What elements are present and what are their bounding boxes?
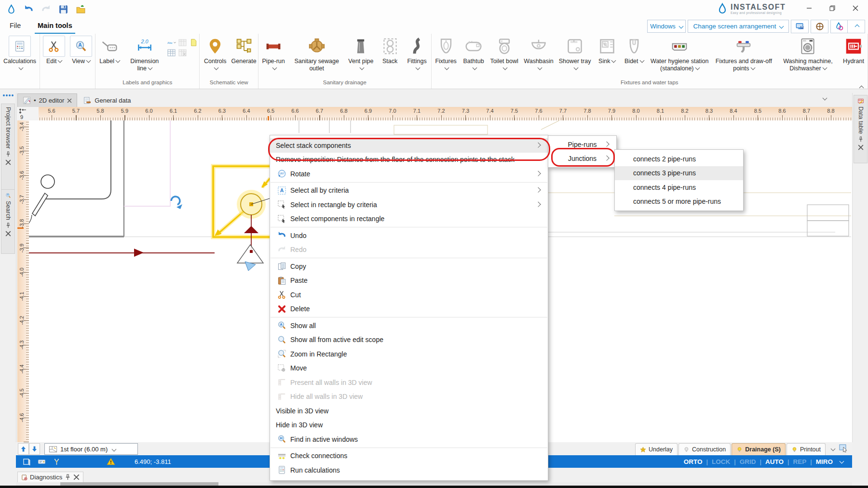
junction-option[interactable]: connects 2 pipe-runs	[615, 152, 743, 166]
ribbon-button[interactable]: Edit	[41, 35, 68, 65]
toggle-lock[interactable]: LOCK	[712, 458, 730, 465]
submenu-item[interactable]: Pipe-runs	[548, 137, 616, 152]
ribbon-button[interactable]: Sink	[594, 35, 621, 65]
ribbon-button[interactable]: A View	[68, 35, 95, 65]
context-menu-item[interactable]: Select components in rectangle	[270, 212, 548, 226]
change-screen-arrangement-dropdown[interactable]: Change screen arrangement	[688, 20, 789, 33]
collapse-ribbon-button[interactable]	[847, 20, 865, 33]
close-tab-icon[interactable]	[67, 98, 72, 103]
floor-down-button[interactable]	[29, 443, 40, 455]
ribbon-button[interactable]: Fixtures and draw-off points	[712, 35, 776, 72]
door-leaf[interactable]	[32, 193, 48, 216]
context-menu-item[interactable]: Copy	[270, 259, 548, 274]
card-status-icon[interactable]	[38, 458, 46, 465]
ribbon-button[interactable]: Washing machine, Dishwasher	[776, 35, 840, 72]
sidebar-tab-search[interactable]: H Search	[1, 189, 15, 254]
restore-button[interactable]	[821, 0, 843, 16]
washbasin-symbol[interactable]	[41, 175, 54, 188]
close-icon[interactable]	[5, 231, 11, 237]
floor-up-button[interactable]	[18, 443, 29, 455]
layer-tab[interactable]: Construction	[678, 443, 731, 455]
layer-tabs-chevron-icon[interactable]	[831, 447, 836, 451]
ribbon-button[interactable]: Fittings	[404, 35, 431, 72]
layer-tab[interactable]: Printout	[787, 443, 826, 455]
abc-icon[interactable]: Abc	[166, 38, 176, 47]
table-icon[interactable]	[166, 48, 176, 57]
context-menu-item[interactable]: Visible in 3D view	[270, 404, 548, 418]
context-menu-item[interactable]: 180° Rotate	[270, 167, 548, 181]
ribbon-button[interactable]: Water hygiene station (standalone)	[648, 35, 712, 72]
context-menu-item[interactable]: Select in rectangle by criteria	[270, 198, 548, 212]
context-menu-item[interactable]: Zoom in Rectangle	[270, 347, 548, 361]
vent-symbol[interactable]	[237, 245, 263, 263]
close-button[interactable]	[844, 0, 867, 16]
screen-tool-button[interactable]	[830, 20, 848, 33]
quick-access-button[interactable]	[57, 3, 69, 15]
ribbon-button[interactable]: Sanitary sewage outlet	[288, 35, 345, 72]
grid-dis-icon[interactable]	[177, 38, 188, 47]
context-menu-item[interactable]: Present all walls in 3D view	[270, 375, 548, 390]
junction-option[interactable]: connects 3 pipe-runs	[615, 166, 743, 181]
selection-cursor-icon[interactable]	[839, 444, 848, 452]
context-menu-item[interactable]: Cut	[270, 288, 548, 302]
context-menu-item[interactable]: Paste	[270, 274, 548, 288]
ribbon-button[interactable]: Label	[96, 35, 123, 65]
context-menu-item[interactable]: H Find in active windows	[270, 432, 548, 447]
ribbon-button[interactable]: Calculations	[0, 35, 39, 72]
toggle-miro[interactable]: MIRO	[816, 458, 833, 465]
ribbon-button[interactable]: Toilet bowl	[488, 35, 521, 72]
ribbon-button[interactable]: Abc	[166, 35, 199, 58]
ribbon-button[interactable]: Controls	[200, 35, 230, 72]
close-icon[interactable]	[73, 474, 80, 480]
close-icon[interactable]	[858, 145, 864, 150]
layer-tab[interactable]: Underlay	[635, 443, 678, 455]
context-menu-item[interactable]: Check connections	[270, 449, 548, 463]
context-menu-item[interactable]: Undo	[270, 228, 548, 243]
context-menu-item[interactable]: Move	[270, 361, 548, 376]
context-menu-item[interactable]: Delete	[270, 302, 548, 317]
pin-icon[interactable]	[5, 223, 11, 228]
tab-main-tools[interactable]: Main tools	[35, 18, 75, 34]
tab-file[interactable]: File	[7, 18, 24, 33]
context-menu-item[interactable]: A Select all by criteria	[270, 184, 548, 198]
toggles-chevron-icon[interactable]	[840, 459, 844, 464]
quick-access-button[interactable]	[22, 3, 35, 15]
toggle-orto[interactable]: ORTO	[684, 458, 703, 465]
minimize-button[interactable]	[798, 0, 820, 16]
close-icon[interactable]	[5, 159, 11, 165]
diagnostics-tab[interactable]: Diagnostics	[17, 472, 83, 483]
quick-access-button[interactable]	[40, 3, 52, 15]
sidebar-tab-project-browser[interactable]: Project browser	[1, 104, 15, 191]
context-menu-item[interactable]: Redo	[270, 243, 548, 257]
page-icon[interactable]	[188, 38, 199, 47]
pin-icon[interactable]	[858, 136, 864, 142]
ribbon-button[interactable]: Fixtures	[432, 35, 460, 72]
ribbon-button[interactable]: Generate	[230, 35, 258, 65]
ribbon-button[interactable]: Shower tray	[556, 35, 593, 72]
window-status-icon[interactable]	[23, 458, 31, 465]
context-menu-item[interactable]: Select stack components	[270, 138, 548, 153]
ribbon-button[interactable]: Vent pipe	[345, 35, 376, 72]
ribbon-button[interactable]: Stack	[377, 35, 404, 65]
context-menu-item[interactable]: Run calculations	[270, 463, 548, 477]
screen-tool-button[interactable]	[791, 20, 809, 33]
table-dis-icon[interactable]	[177, 48, 188, 57]
warning-icon[interactable]	[107, 458, 115, 465]
floor-selector[interactable]: 1st floor (6.00 m)	[44, 443, 138, 455]
context-menu-item[interactable]: A Show all	[270, 318, 548, 333]
junction-option[interactable]: connects 4 pipe-runs	[615, 180, 743, 195]
windows-dropdown[interactable]: Windows	[647, 20, 686, 33]
document-tab[interactable]: • 2D editor	[17, 93, 77, 107]
submenu-item[interactable]: Junctions	[548, 152, 616, 166]
toggle-auto[interactable]: AUTO	[765, 458, 784, 465]
ribbon-button[interactable]: Hydrant	[840, 35, 867, 65]
screen-tool-button[interactable]	[811, 20, 828, 33]
scrollbar-thumb[interactable]	[60, 482, 218, 486]
toggle-grid[interactable]: GRID	[740, 458, 756, 465]
wall-outline[interactable]	[45, 120, 111, 199]
context-menu-item[interactable]: Hide in 3D view	[270, 418, 548, 433]
quick-access-button[interactable]	[5, 3, 17, 15]
pin-icon[interactable]	[65, 474, 71, 480]
context-menu-item[interactable]: Hide all walls in 3D view	[270, 390, 548, 404]
measure-status-icon[interactable]	[53, 458, 61, 465]
